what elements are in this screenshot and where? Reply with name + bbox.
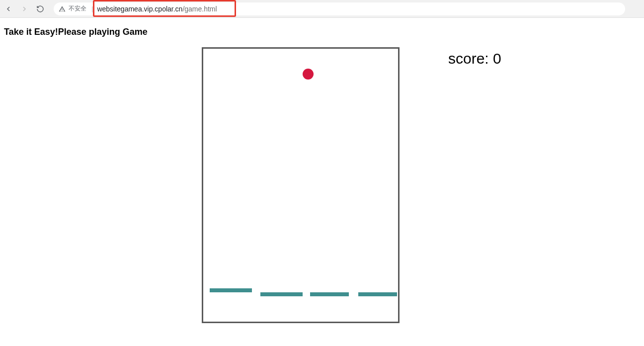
back-button[interactable] — [4, 4, 13, 13]
platform — [210, 288, 252, 292]
page-title: Take it Easy!Please playing Game — [4, 27, 640, 37]
score-display: score: 0 — [448, 50, 501, 67]
platform — [310, 292, 349, 296]
game-ball — [303, 69, 314, 80]
url-path: /game.html — [182, 5, 217, 13]
forward-button[interactable] — [20, 4, 29, 13]
separator: | — [91, 5, 93, 12]
url-host: websitegamea.vip.cpolar.cn — [97, 5, 182, 13]
warning-icon — [59, 5, 66, 12]
platform — [260, 292, 303, 296]
game-canvas[interactable] — [202, 47, 400, 323]
score-label: score: — [448, 50, 493, 67]
security-label: 不安全 — [69, 4, 86, 13]
page-content: Take it Easy!Please playing Game score: … — [0, 18, 644, 323]
platform — [358, 292, 397, 296]
browser-toolbar: 不安全 | websitegamea.vip.cpolar.cn/game.ht… — [0, 0, 644, 18]
address-bar[interactable]: 不安全 | websitegamea.vip.cpolar.cn/game.ht… — [54, 2, 625, 15]
url-display: websitegamea.vip.cpolar.cn/game.html — [97, 5, 217, 13]
nav-buttons — [4, 4, 45, 13]
game-area: score: 0 — [4, 47, 640, 323]
score-value: 0 — [493, 50, 501, 67]
reload-button[interactable] — [36, 4, 45, 13]
